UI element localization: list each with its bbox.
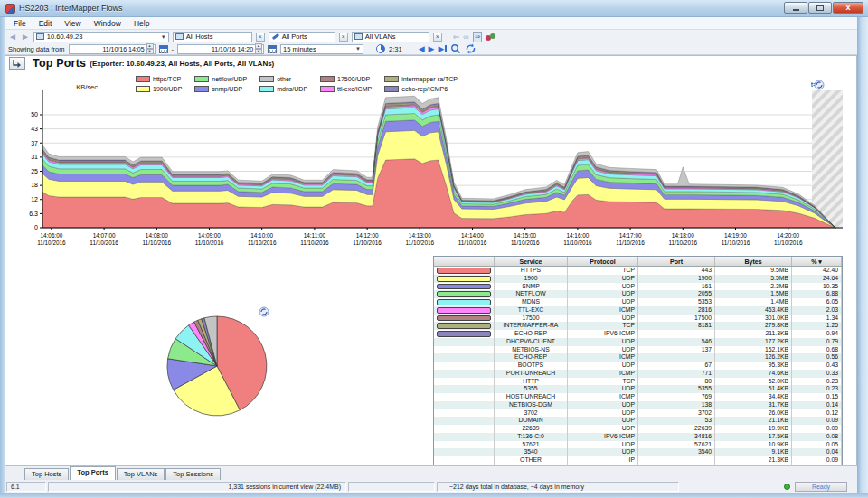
column-header-%[interactable]: % ▾ bbox=[792, 257, 842, 266]
table-row[interactable]: INTERMAPPER-RATCP8181279.8KB1.25 bbox=[434, 322, 842, 330]
from-calendar-icon[interactable] bbox=[159, 45, 168, 53]
cell-bytes: 51.4KB bbox=[715, 385, 792, 393]
interval-select[interactable]: 15 minutes ▼ bbox=[280, 44, 363, 54]
step-forward-icon[interactable]: ▶ bbox=[429, 44, 435, 53]
table-header-row: ServiceProtocolPortBytes% ▾ bbox=[434, 257, 842, 267]
popout-arrow-icon bbox=[11, 58, 24, 69]
close-button[interactable]: x bbox=[833, 2, 863, 14]
column-header-Port[interactable]: Port bbox=[638, 257, 715, 266]
menu-help[interactable]: Help bbox=[128, 18, 155, 29]
column-header-Service[interactable]: Service bbox=[495, 257, 568, 266]
y-tick-label: 25 bbox=[31, 168, 38, 174]
series-color-swatch bbox=[437, 276, 491, 282]
cell-protocol: UDP bbox=[568, 275, 638, 283]
tab-top-sessions[interactable]: Top Sessions bbox=[165, 468, 221, 480]
menu-file[interactable]: File bbox=[8, 18, 32, 29]
x-tick-time: 14:09:00 bbox=[198, 232, 221, 239]
maximize-button[interactable] bbox=[808, 2, 832, 14]
table-row[interactable]: DOMAINUDP5321.1KB0.09 bbox=[434, 417, 842, 425]
filter-forward-icon[interactable]: ⇒ bbox=[473, 32, 483, 42]
ports-filter-input[interactable]: All Ports bbox=[269, 32, 335, 42]
cell-service: HOST-UNREACH bbox=[495, 393, 568, 401]
table-row[interactable]: 17500UDP17500301.0KB1.34 bbox=[434, 315, 842, 323]
table-row[interactable]: PORT-UNREACHICMP77174.6KB0.33 bbox=[434, 370, 842, 378]
table-row[interactable]: 57621UDP5762110.9KB0.05 bbox=[434, 441, 842, 449]
tab-top-ports[interactable]: Top Ports bbox=[70, 466, 115, 480]
table-row[interactable]: HTTPTCP8052.0KB0.23 bbox=[434, 378, 842, 386]
table-row[interactable]: NETFLOWUDP20551.5MB6.88 bbox=[434, 290, 842, 298]
table-row[interactable]: T:136-C:0IPV6-ICMP3481617.5KB0.08 bbox=[434, 433, 842, 441]
clear-ports-filter-icon[interactable]: × bbox=[339, 33, 348, 42]
table-row[interactable]: 3702UDP370226.0KB0.12 bbox=[434, 409, 842, 418]
column-header-Bytes[interactable]: Bytes bbox=[715, 257, 792, 266]
cell-service: BOOTPS bbox=[495, 362, 568, 370]
cell-bytes: 5.5MB bbox=[715, 275, 792, 283]
cell-protocol: IPV6-ICMP bbox=[568, 330, 638, 338]
y-tick-label: 31 bbox=[31, 154, 38, 160]
to-spinner[interactable]: ▲▼ bbox=[255, 43, 262, 54]
table-row[interactable]: NETBIOS-NSUDP137152.1KB0.68 bbox=[434, 346, 842, 354]
table-row[interactable]: MDNSUDP53531.4MB6.05 bbox=[434, 298, 842, 306]
cell-service: INTERMAPPER-RA bbox=[495, 322, 568, 330]
table-row[interactable]: 3540UDP35409.1KB0.04 bbox=[434, 448, 842, 456]
exporter-select[interactable]: 10.60.49.23 ▼ bbox=[33, 32, 169, 42]
x-tick-time: 14:20:00 bbox=[777, 232, 799, 239]
cell-protocol: UDP bbox=[568, 338, 638, 346]
to-calendar-icon[interactable] bbox=[268, 45, 277, 53]
cell-protocol: ICMP bbox=[568, 306, 638, 315]
table-row[interactable]: 1900UDP19005.5MB24.64 bbox=[434, 275, 842, 283]
minimize-button[interactable] bbox=[784, 2, 807, 14]
filter-back-icon[interactable]: ⇐ bbox=[453, 33, 460, 42]
table-row[interactable]: OTHERIP21.3KB0.09 bbox=[434, 456, 842, 465]
cell-pct: 0.15 bbox=[792, 393, 842, 401]
clear-vlans-filter-icon[interactable]: × bbox=[433, 33, 442, 42]
table-row[interactable]: 5355UDP535551.4KB0.23 bbox=[434, 385, 842, 393]
cell-bytes: 177.2KB bbox=[715, 338, 792, 346]
cell-pct: 0.23 bbox=[792, 385, 842, 393]
row-swatch-cell bbox=[434, 370, 495, 378]
vlans-icon bbox=[354, 33, 363, 40]
nav-forward-icon[interactable]: ► bbox=[21, 33, 30, 42]
x-tick-date: 11/10/2016 bbox=[669, 240, 698, 246]
column-header-Protocol[interactable]: Protocol bbox=[568, 257, 638, 266]
hosts-filter-input[interactable]: All Hosts bbox=[173, 32, 252, 42]
table-row[interactable]: HTTPSTCP4439.5MB42.40 bbox=[434, 267, 842, 275]
menu-view[interactable]: View bbox=[59, 18, 86, 29]
table-row[interactable]: NETBIOS-DGMUDP13831.7KB0.14 bbox=[434, 401, 842, 409]
cherries-icon[interactable] bbox=[486, 33, 496, 42]
from-spinner[interactable]: ▲▼ bbox=[146, 43, 154, 54]
refresh-icon[interactable] bbox=[465, 43, 476, 54]
menu-window[interactable]: Window bbox=[89, 18, 127, 29]
table-row[interactable]: ECHO-REPICMP126.2KB0.56 bbox=[434, 353, 842, 362]
ready-button[interactable]: Ready bbox=[795, 482, 847, 492]
clear-hosts-filter-icon[interactable]: × bbox=[256, 33, 265, 42]
table-row[interactable]: ECHO-REPIPV6-ICMP211.3KB0.94 bbox=[434, 330, 842, 338]
top-ports-pie-chart[interactable] bbox=[108, 303, 335, 429]
to-datetime-field[interactable]: 11/10/16 14:20 ▲▼ bbox=[177, 44, 264, 54]
step-back-icon[interactable]: ◀ bbox=[419, 44, 425, 53]
tab-top-hosts[interactable]: Top Hosts bbox=[24, 468, 69, 480]
link-icon[interactable]: ∞ bbox=[463, 33, 468, 42]
cell-service: NETBIOS-NS bbox=[495, 346, 568, 354]
top-ports-area-chart[interactable]: 06.31218253137435014:06:0011/10/201614:0… bbox=[0, 78, 868, 253]
table-row[interactable]: HOST-UNREACHICMP76934.4KB0.15 bbox=[434, 393, 842, 401]
column-header-swatch[interactable] bbox=[434, 257, 495, 266]
vlans-filter-input[interactable]: All VLANs bbox=[352, 32, 429, 42]
table-row[interactable]: SNMPUDP1612.3MB10.35 bbox=[434, 283, 842, 291]
zoom-icon[interactable] bbox=[450, 43, 461, 54]
popout-button[interactable] bbox=[9, 57, 25, 70]
cell-port: 22639 bbox=[638, 425, 715, 433]
from-datetime-field[interactable]: 11/10/16 14:05 ▲▼ bbox=[69, 44, 156, 54]
cell-pct: 10.35 bbox=[792, 283, 842, 291]
menu-edit[interactable]: Edit bbox=[33, 18, 58, 29]
cell-service: ECHO-REP bbox=[495, 330, 568, 338]
window-border-right[interactable] bbox=[857, 17, 868, 498]
table-row[interactable]: 22639UDP2263919.9KB0.09 bbox=[434, 425, 842, 433]
nav-back-icon[interactable]: ◄ bbox=[8, 33, 17, 42]
jump-latest-icon[interactable]: ▶ bbox=[439, 44, 448, 53]
y-tick-label: 50 bbox=[31, 111, 38, 117]
tab-top-vlans[interactable]: Top VLANs bbox=[117, 468, 165, 480]
table-row[interactable]: BOOTPSUDP6795.3KB0.43 bbox=[434, 362, 842, 370]
table-row[interactable]: DHCPV6-CLIENTUDP546177.2KB0.79 bbox=[434, 338, 842, 346]
table-row[interactable]: TTL-EXCICMP2816453.4KB2.03 bbox=[434, 306, 842, 315]
